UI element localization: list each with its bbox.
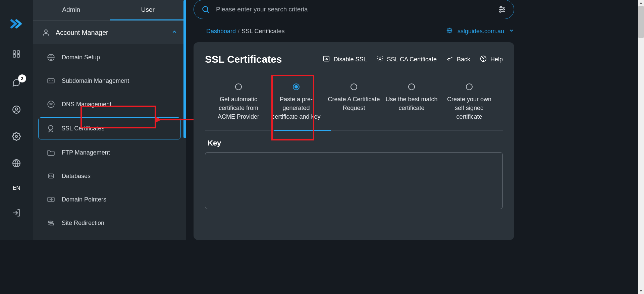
- main-content: Dashboard / SSL Certificates sslguides.c…: [186, 0, 522, 240]
- globe-icon[interactable]: [11, 158, 21, 168]
- tab-admin[interactable]: Admin: [33, 0, 110, 20]
- option-underline-indicator: [274, 130, 331, 131]
- search-bar[interactable]: [194, 0, 514, 19]
- menu-item-label: Databases: [62, 173, 91, 180]
- option-acme-provider[interactable]: Get automatic certificate from ACME Prov…: [212, 83, 265, 121]
- section-account-manager[interactable]: Account Manager: [33, 21, 186, 44]
- messages-icon[interactable]: 2: [11, 78, 21, 88]
- menu-item-label: SSL Certificates: [61, 125, 104, 132]
- key-textarea[interactable]: [205, 152, 503, 209]
- menu-site-redirection[interactable]: Site Redirection: [33, 211, 186, 235]
- svg-point-20: [203, 6, 208, 11]
- svg-point-27: [499, 11, 501, 12]
- menu-item-label: Domain Pointers: [62, 196, 106, 203]
- breadcrumb: Dashboard / SSL Certificates: [206, 28, 284, 35]
- breadcrumb-current: SSL Certificates: [241, 28, 284, 35]
- ftp-folder-icon: [46, 148, 56, 157]
- breadcrumb-dashboard-link[interactable]: Dashboard: [206, 28, 236, 35]
- action-disable-ssl[interactable]: Disable SSL: [323, 55, 367, 64]
- back-arrow-icon: [446, 55, 453, 64]
- action-back[interactable]: Back: [446, 55, 470, 64]
- breadcrumb-sep: /: [238, 28, 239, 35]
- menu-dns-management[interactable]: DNS DNS Management: [33, 93, 186, 116]
- leftbar: 2 EN: [0, 0, 33, 240]
- chevron-down-icon: [509, 28, 514, 35]
- globe-icon: [446, 27, 453, 36]
- radio-icon: [408, 83, 415, 90]
- option-best-match[interactable]: Use the best match certificate: [385, 83, 438, 121]
- action-help[interactable]: Help: [480, 55, 503, 64]
- menu-ftp-management[interactable]: FTP Management: [33, 141, 186, 164]
- sidebar: Admin User Account Manager Domain Setup …: [33, 0, 186, 240]
- menu-domain-pointers[interactable]: Domain Pointers: [33, 188, 186, 211]
- language-toggle[interactable]: EN: [13, 185, 20, 191]
- option-label: Create A Certificate Request: [327, 95, 381, 112]
- menu-item-label: Domain Setup: [62, 54, 100, 61]
- svg-rect-3: [17, 55, 20, 57]
- option-label: Create your own self signed certificate: [442, 95, 496, 121]
- radio-icon: [351, 83, 357, 90]
- logout-icon[interactable]: [11, 208, 21, 218]
- globe-www-icon: [46, 53, 56, 62]
- help-icon: [480, 55, 487, 64]
- menu-item-label: DNS Management: [62, 101, 111, 108]
- code-block-icon: [323, 55, 330, 64]
- section-label: Account Manager: [56, 29, 166, 37]
- svg-line-21: [207, 11, 209, 13]
- menu-item-label: Site Redirection: [62, 220, 104, 227]
- svg-point-30: [379, 58, 381, 60]
- radio-icon: [293, 83, 300, 90]
- page-title: SSL Certificates: [205, 54, 282, 65]
- action-label: Back: [457, 56, 470, 63]
- action-label: SSL CA Certificate: [387, 56, 437, 63]
- filter-sliders-icon[interactable]: [498, 5, 506, 14]
- option-create-csr[interactable]: Create A Certificate Request: [327, 83, 381, 121]
- profile-icon[interactable]: [11, 105, 21, 115]
- sidebar-scrollbar-thumb[interactable]: [183, 0, 186, 138]
- menu-databases[interactable]: SQL Databases: [33, 164, 186, 188]
- notif-badge: 2: [18, 74, 26, 82]
- search-input[interactable]: [216, 6, 492, 13]
- subdomain-icon: [46, 76, 56, 85]
- action-label: Help: [490, 56, 503, 63]
- gear-icon: [376, 55, 384, 64]
- option-label: Get automatic certificate from ACME Prov…: [212, 95, 265, 121]
- option-paste-pregenerated[interactable]: Paste a pre-generated certificate and ke…: [269, 83, 323, 121]
- domain-selector[interactable]: sslguides.com.au: [446, 27, 514, 36]
- menu-subdomain-management[interactable]: Subdomain Management: [33, 69, 186, 93]
- radio-icon: [235, 83, 242, 90]
- database-icon: SQL: [46, 171, 56, 181]
- panel: SSL Certificates Disable SSL SSL CA Cert…: [194, 42, 514, 240]
- app-logo-icon[interactable]: [9, 17, 23, 32]
- tab-user[interactable]: User: [110, 0, 186, 20]
- menu-hotlinks-protection[interactable]: Hotlinks Protection: [33, 235, 186, 240]
- svg-rect-2: [13, 55, 16, 57]
- svg-text:SQL: SQL: [49, 175, 53, 177]
- pointer-icon: [46, 195, 56, 204]
- svg-point-6: [15, 135, 18, 138]
- option-self-signed[interactable]: Create your own self signed certificate: [442, 83, 496, 121]
- action-ssl-ca-certificate[interactable]: SSL CA Certificate: [376, 55, 437, 64]
- svg-point-5: [15, 108, 18, 110]
- svg-point-26: [503, 9, 504, 10]
- svg-rect-0: [13, 51, 16, 53]
- menu-ssl-certificates[interactable]: SSL Certificates: [38, 117, 181, 139]
- search-icon: [201, 5, 210, 14]
- dashboard-icon[interactable]: [11, 49, 21, 59]
- svg-rect-1: [17, 51, 20, 53]
- settings-icon[interactable]: [11, 131, 21, 141]
- signpost-icon: [46, 218, 56, 228]
- menu-domain-setup[interactable]: Domain Setup: [33, 46, 186, 69]
- chevron-up-icon: [171, 29, 177, 36]
- cert-options-row: Get automatic certificate from ACME Prov…: [205, 74, 503, 131]
- svg-point-14: [49, 125, 53, 130]
- action-label: Disable SSL: [333, 56, 367, 63]
- user-group-icon: [42, 28, 50, 37]
- svg-point-25: [500, 6, 502, 8]
- domain-name: sslguides.com.au: [458, 28, 504, 35]
- svg-point-32: [483, 60, 483, 60]
- dns-icon: DNS: [46, 100, 56, 109]
- menu-item-label: FTP Management: [62, 149, 110, 156]
- svg-point-9: [45, 30, 47, 33]
- option-label: Use the best match certificate: [385, 95, 438, 112]
